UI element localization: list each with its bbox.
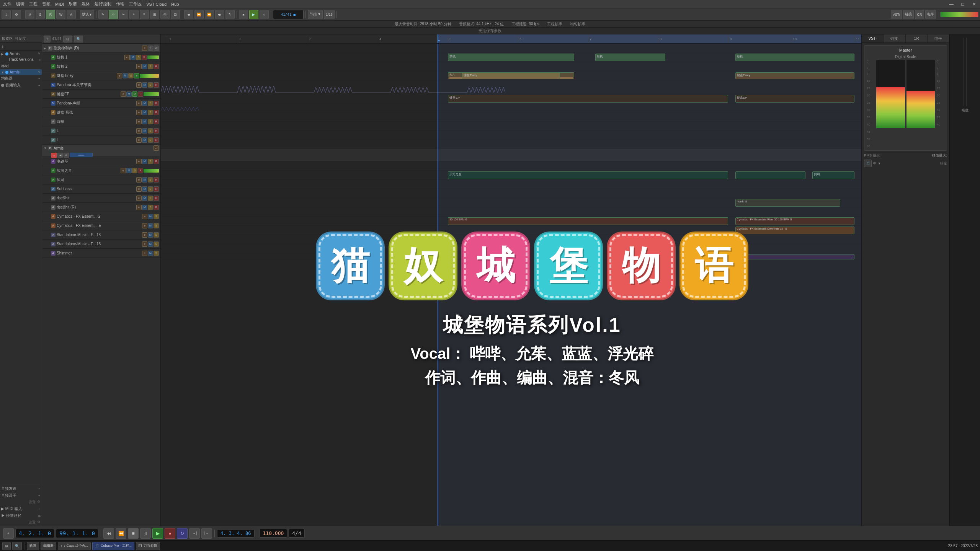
menu-score[interactable]: 乐谱 bbox=[69, 1, 77, 7]
timeline-track-row[interactable]: 键盘EP 键盘EP bbox=[161, 94, 861, 103]
track-mute-btn[interactable]: M bbox=[142, 64, 147, 69]
sidebar-item-trackversions[interactable]: Track Versions ≡ bbox=[0, 57, 42, 62]
tool-6[interactable]: ⊞ bbox=[150, 10, 159, 19]
settings-gear-icon[interactable]: ⚙ bbox=[37, 500, 40, 505]
track-solo-btn[interactable]: S bbox=[148, 128, 153, 134]
tb-stop[interactable]: ■ bbox=[239, 10, 248, 19]
locate-btn[interactable]: ⌖ bbox=[3, 528, 14, 539]
track-edit-btn[interactable]: e bbox=[136, 110, 142, 115]
track-row[interactable]: M Pandora-本关节节奏 e M S R bbox=[42, 80, 160, 90]
tool-4[interactable]: ⌖ bbox=[129, 10, 139, 19]
position-display[interactable]: 4. 2. 1. 0 bbox=[15, 529, 54, 538]
track-rec-btn[interactable]: R bbox=[138, 91, 143, 97]
track-edit-btn[interactable]: e bbox=[136, 64, 142, 69]
track-edit-btn[interactable]: e bbox=[136, 196, 142, 201]
track-mute-btn[interactable]: M bbox=[148, 251, 153, 256]
track-solo-btn[interactable]: S bbox=[148, 82, 153, 88]
timeline-track-row[interactable] bbox=[161, 149, 861, 161]
timeline-track-row[interactable]: Cymatics - FX Essentials Downlifter 12 -… bbox=[161, 226, 861, 235]
sidebar-item-arrhis2[interactable]: ▼ Arrhis ✎ bbox=[0, 69, 42, 75]
audio-clip[interactable]: 鼓机 bbox=[735, 54, 854, 61]
punch-in-btn[interactable]: →| bbox=[189, 528, 200, 539]
toolbar-btn-1[interactable]: ♩ bbox=[2, 10, 11, 19]
menu-media[interactable]: 媒体 bbox=[82, 1, 90, 7]
timeline-track-row[interactable]: 方方 键盘Tiney 键盘Tiney bbox=[161, 71, 861, 80]
taskbar-app-cubase[interactable]: 🎵 Cubase Pro - 工程... bbox=[92, 542, 134, 550]
sidebar-item-audioin[interactable]: 音频输入 → bbox=[0, 82, 42, 89]
timeline-track-row[interactable] bbox=[161, 140, 861, 149]
menu-workspace[interactable]: 传输 bbox=[116, 1, 124, 7]
track-rec-btn[interactable]: R bbox=[154, 196, 159, 201]
close-button[interactable]: ✕ bbox=[969, 0, 980, 8]
mode-r[interactable]: R bbox=[46, 10, 55, 19]
timeline-track-row[interactable] bbox=[161, 122, 861, 131]
track-mute-btn[interactable]: M bbox=[126, 168, 132, 173]
track-mute-btn[interactable]: M bbox=[142, 159, 147, 164]
track-row[interactable]: A Subbass e M S R bbox=[42, 184, 160, 194]
timeline-track-row[interactable] bbox=[161, 207, 861, 217]
menu-file[interactable]: 文件 bbox=[3, 1, 11, 7]
tempo-display[interactable]: 110.000 bbox=[260, 529, 287, 538]
track-edit-btn[interactable]: e bbox=[142, 214, 147, 219]
tb-loop[interactable]: ↻ bbox=[225, 10, 235, 19]
track-mute-btn[interactable]: M bbox=[142, 186, 147, 192]
sidebar-item-midi-in[interactable]: ▶ MIDI 输入→ bbox=[0, 505, 42, 512]
taskbar-editor-btn[interactable]: 编辑器 bbox=[41, 542, 56, 550]
track-row[interactable]: A Shimmer e M S bbox=[42, 249, 160, 258]
track-edit-btn[interactable]: e bbox=[136, 186, 142, 192]
track-solo-btn[interactable]: S bbox=[148, 64, 153, 69]
track-row[interactable]: A Standalone-Music - E...18 e M S bbox=[42, 230, 160, 240]
tool-2[interactable]: ⊹ bbox=[109, 10, 118, 19]
track-edit-btn[interactable]: e bbox=[136, 128, 142, 134]
tool-8[interactable]: ⊡ bbox=[171, 10, 180, 19]
time-display[interactable]: 41/41 ■ bbox=[273, 10, 304, 19]
track-mute-btn[interactable]: M bbox=[142, 205, 147, 210]
mode-m[interactable]: M bbox=[25, 10, 34, 19]
timeline-track-row[interactable] bbox=[161, 235, 861, 244]
track-edit-btn[interactable]: e bbox=[136, 177, 142, 183]
track-rec-btn[interactable]: R bbox=[154, 101, 159, 106]
menu-edit[interactable]: 编辑 bbox=[16, 1, 24, 7]
track-edit-btn[interactable]: e bbox=[136, 119, 142, 124]
track-mute-btn[interactable]: M bbox=[142, 101, 147, 106]
audio-clip[interactable]: 键盘EP bbox=[448, 95, 728, 103]
track-write-btn[interactable]: W bbox=[154, 46, 159, 51]
track-rec-btn[interactable]: R bbox=[154, 119, 159, 124]
timeline-track-row[interactable] bbox=[161, 112, 861, 122]
track-edit-btn[interactable]: e bbox=[154, 145, 159, 151]
track-edit-btn[interactable]: e bbox=[142, 232, 147, 238]
end-position-display[interactable]: 4. 3. 4. 86 bbox=[217, 529, 254, 538]
track-mute-btn[interactable]: M bbox=[148, 241, 153, 247]
track-row[interactable]: A 贝司 e M S R bbox=[42, 175, 160, 184]
track-rec-btn[interactable]: R bbox=[154, 186, 159, 192]
track-row[interactable]: A Cymatics - FX Essenti...G e M S bbox=[42, 212, 160, 221]
sidebar-item-quick-access[interactable]: ▶ 快速路径⊕ bbox=[0, 512, 42, 519]
taskbar-track-btn[interactable]: 轨道 bbox=[27, 542, 39, 550]
minimize-button[interactable]: — bbox=[946, 0, 957, 8]
mode-w[interactable]: W bbox=[56, 10, 65, 19]
track-search-btn[interactable]: 🔍 bbox=[74, 36, 83, 42]
audio-clip[interactable]: 键盘Tiney bbox=[735, 72, 854, 79]
timeline-track-row[interactable] bbox=[161, 180, 861, 189]
timeline-track-row[interactable]: 鼓机 鼓机 鼓机 bbox=[161, 53, 861, 62]
track-solo-btn[interactable]: S bbox=[148, 159, 153, 164]
track-rec-btn[interactable]: R bbox=[154, 82, 159, 88]
sidebar-item-cue[interactable]: 音频遥子→ bbox=[0, 492, 42, 499]
track-mute-btn[interactable]: M bbox=[142, 110, 147, 115]
sidebar-item-sends[interactable]: 音频发送→ bbox=[0, 485, 42, 492]
track-rec-btn[interactable]: R bbox=[154, 64, 159, 69]
add-track-btn[interactable]: + bbox=[44, 36, 51, 42]
track-solo-btn[interactable]: S bbox=[148, 119, 153, 124]
timeline-track-row[interactable]: rise&hit bbox=[161, 198, 861, 207]
menu-audio[interactable]: 音频 bbox=[42, 1, 51, 7]
tool-7[interactable]: ◎ bbox=[160, 10, 170, 19]
track-row[interactable]: A Standalone-Music - E...13 e M S bbox=[42, 240, 160, 249]
audio-clip[interactable]: Cymatics - FX Essentials Riser 35-150 BP… bbox=[735, 217, 854, 225]
track-filter-btn[interactable]: ⊡ bbox=[63, 36, 72, 42]
track-mute-btn[interactable]: M bbox=[142, 196, 147, 201]
track-rec-btn[interactable]: ● bbox=[134, 73, 139, 78]
tab-vsti[interactable]: VSTi bbox=[862, 34, 884, 42]
track-rec-btn[interactable]: R bbox=[154, 159, 159, 164]
audio-clip[interactable]: 键盘Tiney bbox=[462, 72, 560, 79]
track-row[interactable]: A Cymatics - FX Essenti... E e M S bbox=[42, 221, 160, 230]
